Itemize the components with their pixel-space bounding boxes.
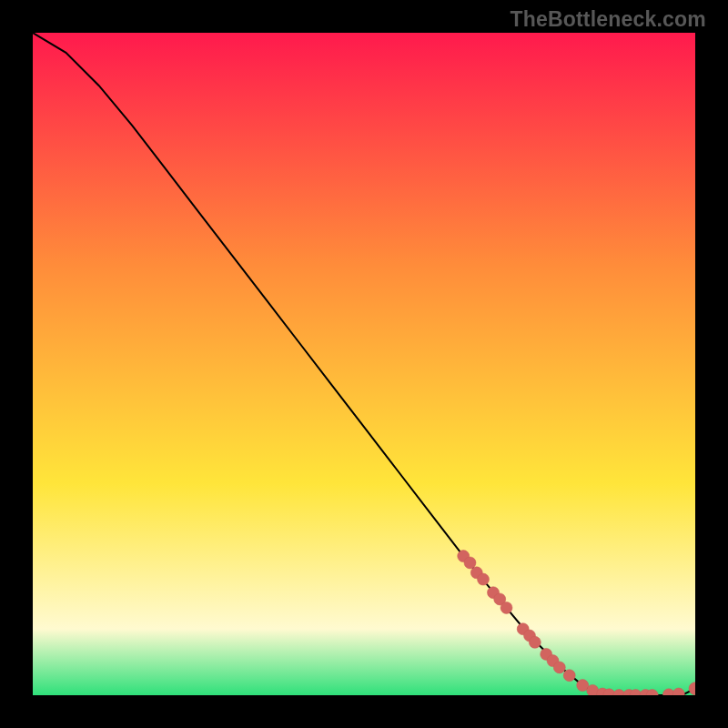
chart-marker xyxy=(464,557,476,569)
chart-marker xyxy=(500,602,512,613)
chart-plot-area xyxy=(33,33,695,695)
chart-marker xyxy=(529,636,541,648)
chart-svg xyxy=(33,33,695,695)
chart-marker xyxy=(478,573,490,585)
chart-marker xyxy=(563,670,575,682)
chart-frame: TheBottleneck.com xyxy=(0,0,728,728)
chart-background-gradient xyxy=(33,33,695,695)
chart-marker xyxy=(553,662,565,673)
attribution-watermark: TheBottleneck.com xyxy=(510,7,706,32)
